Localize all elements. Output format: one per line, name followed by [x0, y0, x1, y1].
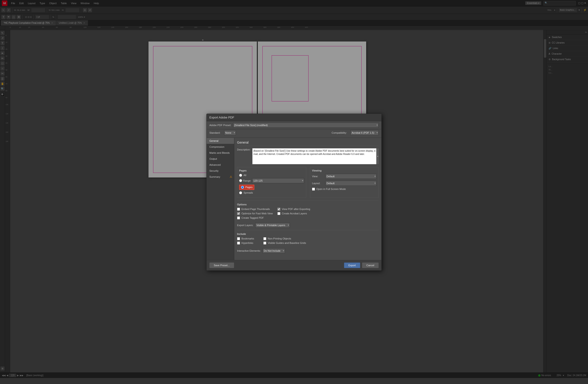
view-after-export-row: View PDF after Exporting [277, 208, 310, 211]
section-title: General [237, 141, 379, 146]
desc-scrollbar[interactable]: ▲ [376, 148, 379, 164]
nav-compression[interactable]: Compression [207, 144, 234, 150]
description-box: [Based on '[Smallest File Size]'] Use th… [252, 148, 379, 164]
create-acrobat-layers-checkbox[interactable] [277, 212, 280, 215]
optimize-fast-web-checkbox[interactable] [237, 212, 240, 215]
spreads-label: Spreads [244, 191, 253, 194]
interactive-label: Interactive Elements: [237, 249, 261, 252]
compatibility-label: Compatibility: [332, 131, 347, 134]
fullscreen-label: Open in Full Screen Mode [316, 188, 346, 190]
range-select[interactable]: 120-125 [252, 178, 304, 183]
preset-row: Adobe PDF Preset: [Smallest File Size] (… [207, 121, 381, 129]
compatibility-select[interactable]: Acrobat 6 (PDF 1.5) [351, 130, 379, 135]
export-pdf-dialog: Export Adobe PDF Adobe PDF Preset: [Smal… [206, 114, 382, 271]
export-layers-label: Export Layers: [237, 224, 253, 227]
options-left: Embed Page Thumbnails Optimize for Fast … [237, 208, 273, 221]
include-right: Non-Printing Objects Visible Guides and … [263, 237, 306, 246]
preset-label: Adobe PDF Preset: [209, 124, 231, 126]
view-select[interactable]: Default [325, 174, 377, 179]
all-radio[interactable] [239, 174, 242, 177]
interactive-select[interactable]: Do Not Include [263, 248, 285, 253]
embed-thumbnails-checkbox[interactable] [237, 208, 240, 211]
export-layers-row: Export Layers: Visible & Printable Layer… [237, 223, 379, 228]
pages-viewing-row: Pages All Range: 120-125 [237, 167, 379, 198]
viewing-section: Viewing View: Default Layout: [310, 167, 379, 198]
action-buttons: Export Cancel [344, 263, 379, 268]
options-right: View PDF after Exporting Create Acrobat … [277, 208, 310, 221]
range-radio-row: Range: 120-125 [239, 178, 304, 183]
dialog-overlay: Export Adobe PDF Adobe PDF Preset: [Smal… [0, 0, 588, 384]
visible-guides-checkbox[interactable] [263, 242, 266, 244]
non-printing-label: Non-Printing Objects [268, 237, 291, 240]
options-section: Options Embed Page Thumbnails Optimize f… [237, 201, 379, 228]
nav-advanced[interactable]: Advanced [207, 162, 234, 168]
interactive-row: Interactive Elements: Do Not Include [237, 248, 379, 253]
nav-marks-bleeds[interactable]: Marks and Bleeds [207, 150, 234, 156]
bookmarks-row: Bookmarks [237, 237, 254, 240]
nav-general[interactable]: General [207, 138, 234, 144]
bookmarks-checkbox[interactable] [237, 237, 240, 240]
standard-label: Standard: [209, 131, 220, 134]
save-preset-button[interactable]: Save Preset... [209, 263, 234, 268]
spreads-radio-row: Spreads [239, 191, 304, 194]
export-layers-select[interactable]: Visible & Printable Layers [255, 223, 290, 228]
dialog-title: Export Adobe PDF [207, 114, 381, 121]
nav-output[interactable]: Output [207, 156, 234, 162]
options-columns: Embed Page Thumbnails Optimize for Fast … [237, 208, 379, 221]
view-after-export-label: View PDF after Exporting [282, 208, 310, 210]
hyperlinks-checkbox[interactable] [237, 242, 240, 244]
visible-guides-label: Visible Guides and Baseline Grids [268, 242, 306, 244]
create-acrobat-layers-label: Create Acrobat Layers [282, 212, 307, 215]
nav-summary[interactable]: Summary ⚠ [207, 174, 234, 180]
all-radio-row: All [239, 174, 304, 177]
options-title: Options [237, 203, 379, 206]
view-label: View: [312, 175, 323, 178]
create-acrobat-layers-row: Create Acrobat Layers [277, 212, 310, 215]
layout-row: Layout: Default [312, 181, 377, 186]
preset-select[interactable]: [Smallest File Size] (modified) [233, 123, 379, 128]
dialog-main-content: General Description: [Based on '[Smalles… [234, 138, 381, 260]
pages-section: Pages All Range: 120-125 [237, 167, 306, 198]
embed-thumbnails-row: Embed Page Thumbnails [237, 208, 273, 211]
include-title: Include [237, 233, 379, 235]
fullscreen-checkbox[interactable] [312, 188, 315, 191]
pages-radio-highlight: Pages [239, 185, 254, 190]
optimize-fast-web-row: Optimize for Fast Web View [237, 212, 273, 215]
standard-select[interactable]: None [224, 130, 236, 135]
summary-warning-icon: ⚠ [230, 175, 232, 178]
non-printing-row: Non-Printing Objects [263, 237, 306, 240]
dialog-nav: General Compression Marks and Bleeds Out… [207, 138, 234, 260]
include-left: Bookmarks Hyperlinks [237, 237, 254, 246]
include-columns: Bookmarks Hyperlinks Non-Printing Object… [237, 237, 379, 246]
range-label: Range: [243, 179, 251, 182]
create-tagged-checkbox[interactable] [237, 216, 240, 220]
view-after-export-checkbox[interactable] [277, 208, 280, 211]
all-label: All [244, 174, 246, 177]
pages-label: Pages [245, 186, 252, 188]
export-button[interactable]: Export [344, 263, 360, 268]
non-printing-checkbox[interactable] [263, 237, 266, 240]
layout-label: Layout: [312, 182, 323, 185]
dialog-buttons: Save Preset... Export Cancel [207, 260, 381, 270]
viewing-title: Viewing [312, 169, 377, 172]
layout-select[interactable]: Default [325, 181, 377, 186]
view-row: View: Default [312, 174, 377, 179]
bookmarks-label: Bookmarks [241, 237, 254, 240]
embed-thumbnails-label: Embed Page Thumbnails [241, 208, 270, 210]
description-area: Description: [Based on '[Smallest File S… [237, 148, 379, 164]
pages-radio-container: Pages [239, 185, 304, 190]
spreads-radio[interactable] [239, 191, 242, 194]
pages-title: Pages [239, 169, 304, 172]
include-section: Include Bookmarks Hyperlinks [237, 230, 379, 253]
create-tagged-label: Create Tagged PDF [241, 216, 264, 219]
cancel-button[interactable]: Cancel [362, 263, 379, 268]
dialog-body: General Compression Marks and Bleeds Out… [207, 138, 381, 260]
optimize-fast-web-label: Optimize for Fast Web View [241, 212, 273, 215]
visible-guides-row: Visible Guides and Baseline Grids [263, 242, 306, 244]
standard-compat-row: Standard: None Compatibility: Acrobat 6 … [207, 129, 381, 138]
nav-security[interactable]: Security [207, 168, 234, 174]
fullscreen-row: Open in Full Screen Mode [312, 188, 377, 191]
create-tagged-row: Create Tagged PDF [237, 216, 273, 220]
range-radio[interactable] [239, 179, 242, 182]
pages-radio[interactable] [241, 186, 244, 189]
